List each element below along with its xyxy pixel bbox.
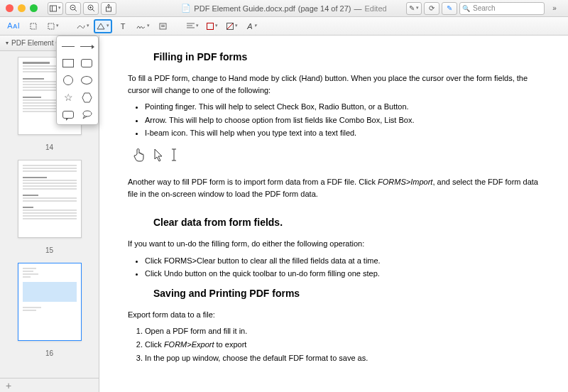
list-item: Click Undo button on the quick toolbar t… — [145, 267, 540, 281]
svg-line-3 — [75, 9, 77, 11]
title-bar: 📄 PDF Element Guide.docx.pdf (page 14 of… — [0, 0, 568, 17]
list-item: I-beam icon. This will help when you typ… — [145, 126, 540, 140]
markup-button[interactable]: ✎ — [442, 2, 457, 15]
shape-polygon[interactable] — [80, 92, 94, 103]
thumbnail-label: 16 — [45, 349, 53, 357]
signature-button[interactable] — [133, 19, 152, 33]
fill-color-button[interactable] — [203, 19, 222, 33]
ibeam-cursor-icon — [170, 148, 178, 165]
shape-speech-bubble[interactable] — [61, 109, 75, 120]
text-style-button[interactable]: AᴀI — [4, 19, 23, 33]
zoom-out-button[interactable] — [65, 2, 81, 15]
font-style-button[interactable]: A — [243, 19, 261, 33]
paragraph: If you want to un-do the filling form, d… — [128, 238, 540, 250]
page-thumbnail[interactable] — [18, 263, 82, 341]
shape-callout[interactable] — [80, 109, 94, 120]
window-controls — [6, 4, 38, 12]
note-button[interactable] — [153, 19, 172, 33]
bullet-list: Click FORMS>Clear button to clear all th… — [145, 254, 540, 281]
page-thumbnail[interactable] — [18, 160, 82, 238]
shape-star[interactable]: ☆ — [61, 92, 75, 103]
share-button[interactable] — [101, 2, 116, 15]
list-item: Pointing finger. This will help to selec… — [145, 100, 540, 114]
svg-rect-0 — [50, 6, 57, 11]
thumbnail-label: 15 — [45, 246, 53, 254]
document-content: Filling in PDF forms To fill a PDF form,… — [99, 36, 568, 392]
edited-status: Edited — [364, 4, 386, 13]
rotate-button[interactable]: ⟳ — [424, 2, 439, 15]
selection-button[interactable] — [44, 19, 62, 33]
expand-button[interactable]: » — [547, 2, 562, 15]
heading-saving: Saving and Printing PDF forms — [153, 288, 540, 299]
crop-button[interactable] — [24, 19, 43, 33]
arrow-cursor-icon — [153, 148, 163, 165]
text-tool-button[interactable]: T — [114, 19, 132, 33]
svg-marker-23 — [82, 93, 92, 102]
list-item: Click FORMS>Clear button to clear all th… — [145, 254, 540, 268]
zoom-window-button[interactable] — [30, 4, 38, 12]
zoom-in-button[interactable] — [83, 2, 99, 15]
shape-arrow[interactable] — [80, 40, 94, 52]
annotate-button[interactable]: ✎ — [406, 2, 422, 15]
cursor-examples — [133, 147, 540, 166]
shape-circle[interactable] — [61, 75, 75, 86]
svg-marker-13 — [97, 23, 104, 29]
list-item: Click FORM>Export to export — [145, 338, 540, 352]
page-indicator: (page 14 of 27) — [298, 4, 351, 13]
bullet-list: Pointing finger. This will help to selec… — [145, 100, 540, 140]
pdf-icon: 📄 — [181, 4, 191, 13]
heading-filling: Filling in PDF forms — [153, 51, 540, 62]
close-window-button[interactable] — [6, 4, 13, 12]
paragraph: To fill a PDF form, change to Hand mode … — [128, 72, 540, 96]
add-page-button[interactable]: + — [0, 378, 99, 392]
document-title: 📄 PDF Element Guide.docx.pdf (page 14 of… — [181, 4, 386, 13]
list-item: Open a PDF form and fill it in. — [145, 325, 540, 338]
stroke-color-button[interactable] — [223, 19, 241, 33]
svg-rect-12 — [48, 23, 54, 29]
annotation-toolbar: AᴀI T A — [0, 17, 568, 36]
shape-ellipse[interactable] — [80, 75, 94, 86]
heading-clear: Clear data from form fields. — [153, 217, 540, 228]
paragraph: Export form data to a file: — [128, 309, 540, 321]
paragraph: Another way to fill PDF form is to impor… — [128, 176, 540, 200]
list-item: Arrow. This will help to choose option f… — [145, 114, 540, 127]
shapes-button[interactable] — [94, 19, 112, 33]
list-item: In the pop up window, choose the default… — [145, 352, 540, 365]
shape-rounded-rectangle[interactable] — [80, 58, 94, 69]
svg-line-6 — [92, 9, 94, 11]
sidebar-view-button[interactable] — [48, 2, 63, 15]
title-text: PDF Element Guide.docx.pdf — [194, 4, 295, 13]
align-button[interactable] — [183, 19, 202, 33]
svg-point-24 — [83, 111, 92, 116]
pointing-hand-icon — [133, 147, 146, 166]
search-input[interactable]: Search — [459, 2, 545, 15]
shape-rectangle[interactable] — [61, 58, 75, 69]
shape-line[interactable] — [61, 40, 75, 52]
minimize-window-button[interactable] — [18, 4, 26, 12]
sketch-button[interactable] — [74, 19, 92, 33]
thumbnail-label: 14 — [45, 143, 53, 151]
numbered-list: Open a PDF form and fill it in. Click FO… — [145, 325, 540, 364]
shapes-popover: ☆ — [56, 36, 99, 125]
svg-rect-11 — [31, 23, 36, 29]
